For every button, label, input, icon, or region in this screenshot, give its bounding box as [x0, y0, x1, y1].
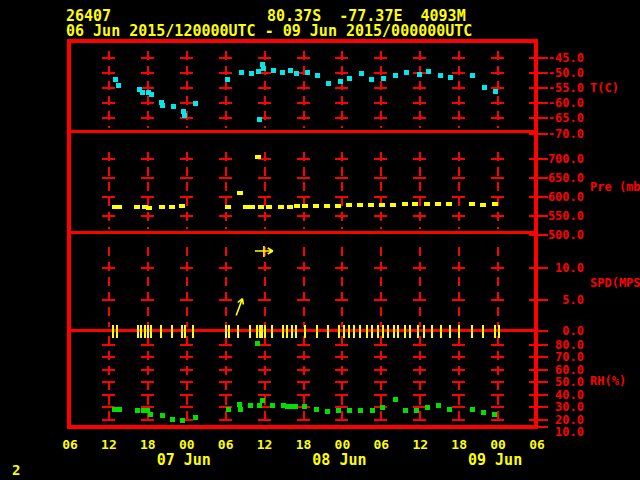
date-label: 08 Jun — [309, 451, 369, 469]
hour-label: 06 — [216, 437, 236, 452]
wind-arrow — [236, 246, 273, 316]
axis-unit-label: SPD(MPS) — [590, 276, 640, 290]
axis-tick-label: 700.0 — [538, 152, 584, 166]
date-label: 07 Jun — [154, 451, 214, 469]
hour-label: 00 — [332, 437, 352, 452]
axis-tick-label: 70.0 — [538, 350, 584, 364]
hour-label: 12 — [99, 437, 119, 452]
axis-tick-label: -60.0 — [538, 96, 584, 110]
hour-label: 06 — [527, 437, 547, 452]
axis-tick-label: 10.0 — [538, 261, 584, 275]
axis-tick-label: 500.0 — [538, 228, 584, 242]
axis-tick-label: -45.0 — [538, 51, 584, 65]
axis-unit-label: Pre (mb) — [590, 180, 640, 194]
hour-label: 00 — [488, 437, 508, 452]
axis-tick-label: -50.0 — [538, 66, 584, 80]
hour-label: 00 — [177, 437, 197, 452]
hour-label: 18 — [294, 437, 314, 452]
axis-tick-label: -70.0 — [538, 127, 584, 141]
axis-unit-label: RH(%) — [590, 374, 626, 388]
hour-label: 06 — [60, 437, 80, 452]
axis-unit-label: T(C) — [590, 81, 619, 95]
hour-label: 18 — [138, 437, 158, 452]
hour-label: 06 — [371, 437, 391, 452]
hour-label: 12 — [255, 437, 275, 452]
axis-tick-label: 50.0 — [538, 375, 584, 389]
axis-tick-label: 30.0 — [538, 400, 584, 414]
meteogram-screen: 26407 80.37S -77.37E 4093M 06 Jun 2015/1… — [0, 0, 640, 480]
hour-label: 18 — [449, 437, 469, 452]
page-number: 2 — [12, 462, 20, 478]
axis-tick-label: 5.0 — [538, 293, 584, 307]
date-label: 09 Jun — [465, 451, 525, 469]
axis-tick-label: 550.0 — [538, 209, 584, 223]
axis-tick-label: 600.0 — [538, 190, 584, 204]
axis-tick-label: 650.0 — [538, 171, 584, 185]
axis-tick-label: 0.0 — [538, 324, 584, 338]
hour-label: 12 — [410, 437, 430, 452]
axis-tick-label: -55.0 — [538, 81, 584, 95]
axis-tick-label: -65.0 — [538, 111, 584, 125]
